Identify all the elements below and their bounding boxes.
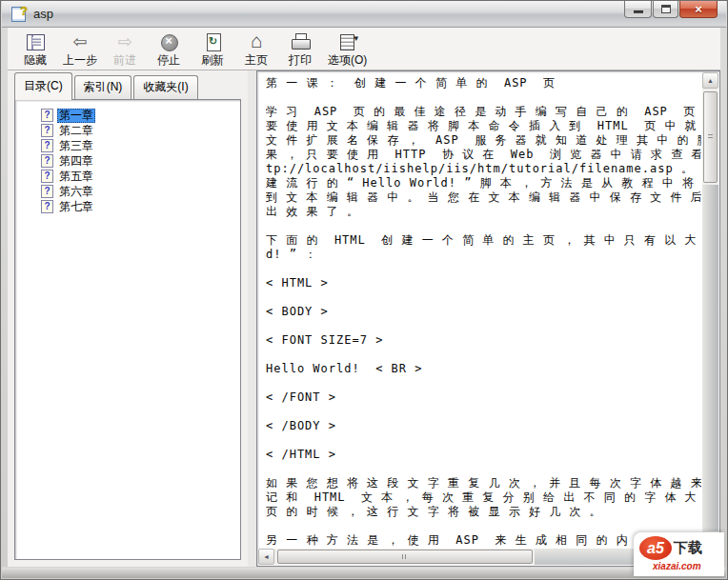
tab-label: 目录(C) xyxy=(24,79,63,92)
navigation-tab[interactable]: 目录(C) xyxy=(14,72,72,100)
maximize-button[interactable] xyxy=(653,1,678,18)
help-topic-icon xyxy=(41,124,53,137)
toolbar: ▼ 隐藏 ▼ 上一步 ▼ 前进 ▼ 停止 ▼ 刷新 xyxy=(8,28,720,70)
watermark-logo-icon: a5 xyxy=(639,536,672,560)
toolbar-button[interactable]: ▼ 主页 xyxy=(234,30,278,69)
help-topic-icon xyxy=(41,200,53,213)
help-file-icon xyxy=(11,7,26,22)
toolbar-button-label: 隐藏 xyxy=(24,52,47,68)
help-topic-icon xyxy=(41,185,53,198)
toolbar-button[interactable]: ▼ 刷新 xyxy=(191,30,234,69)
tree-item-chapter[interactable]: 第六章 xyxy=(41,184,240,199)
tree-item-label: 第五章 xyxy=(57,170,95,184)
window-title: asp xyxy=(33,7,53,21)
options-icon: ▼ xyxy=(336,32,359,52)
print-icon: ▼ xyxy=(289,32,312,52)
hide-icon: ▼ xyxy=(24,32,47,52)
navigation-tab[interactable]: 索引(N) xyxy=(74,75,132,99)
help-topic-icon xyxy=(41,139,53,152)
contents-tree: 第一章 第二章 第三章 第四章 xyxy=(14,99,241,560)
title-bar: asp × xyxy=(2,1,726,28)
toolbar-button[interactable]: ▼ 停止 xyxy=(147,30,191,69)
tree-item-label: 第七章 xyxy=(57,200,95,214)
window-bottom-frame xyxy=(2,567,726,578)
navigation-tab[interactable]: 收藏夹(I) xyxy=(133,75,197,99)
topic-content-pane: 第 一 课 ： 创 建 一 个 简 单 的 ASP 页 学 习 ASP 页 的 … xyxy=(256,70,720,567)
tree-item-chapter[interactable]: 第四章 xyxy=(41,153,240,169)
tree-item-chapter[interactable]: 第二章 xyxy=(41,123,240,138)
watermark-domain: xiazai.com xyxy=(653,561,720,571)
toolbar-button[interactable]: ▼ 打印 xyxy=(278,30,322,69)
vertical-scroll-thumb[interactable] xyxy=(703,91,718,183)
navigation-panel: 目录(C) 索引(N) 收藏夹(I) 第一章 xyxy=(8,70,248,567)
close-button[interactable]: × xyxy=(679,1,718,18)
forward-icon: ▼ xyxy=(113,32,136,52)
minimize-button[interactable] xyxy=(624,1,652,18)
tree-item-label: 第六章 xyxy=(57,185,95,199)
watermark-badge: a5 下载 xiazai.com xyxy=(634,532,724,576)
tree-item-label: 第三章 xyxy=(57,139,95,153)
maximize-icon xyxy=(661,5,671,13)
toolbar-button-label: 上一步 xyxy=(63,52,97,68)
tab-label: 收藏夹(I) xyxy=(143,80,188,93)
help-topic-icon xyxy=(41,170,53,183)
toolbar-button-label: 前进 xyxy=(113,52,136,68)
scroll-up-button[interactable]: ▲ xyxy=(702,72,718,89)
back-icon: ▼ xyxy=(69,32,91,52)
toolbar-button-label: 刷新 xyxy=(201,52,224,68)
toolbar-button[interactable]: ▼ 隐藏 xyxy=(13,30,57,69)
toolbar-button-label: 主页 xyxy=(245,52,268,68)
tab-label: 索引(N) xyxy=(84,80,123,93)
topic-text: 第 一 课 ： 创 建 一 个 简 单 的 ASP 页 学 习 ASP 页 的 … xyxy=(266,76,701,548)
stop-icon: ▼ xyxy=(157,32,180,52)
toolbar-button-label: 停止 xyxy=(157,52,180,68)
toolbar-button[interactable]: ▼ 选项(O) xyxy=(322,30,373,69)
navigation-tabs: 目录(C) 索引(N) 收藏夹(I) xyxy=(14,76,200,99)
watermark-text: 下载 xyxy=(674,539,702,557)
caption-buttons: × xyxy=(624,1,718,18)
toolbar-button-label: 打印 xyxy=(289,52,312,68)
tree-item-label: 第二章 xyxy=(57,124,95,138)
tree-item-chapter[interactable]: 第七章 xyxy=(41,199,240,214)
help-viewer-window: asp × ▼ 隐藏 ▼ 上一步 ▼ 前进 ▼ xyxy=(0,0,728,580)
tree-item-chapter[interactable]: 第一章 xyxy=(41,108,240,123)
refresh-icon: ▼ xyxy=(201,32,224,52)
vertical-scroll-track[interactable] xyxy=(702,185,718,531)
help-topic-icon xyxy=(41,154,53,168)
chevron-down-icon: ▼ xyxy=(353,34,360,43)
vertical-scrollbar[interactable]: ▲ ▼ xyxy=(702,72,718,549)
tree-item-label: 第四章 xyxy=(57,154,95,169)
toolbar-button-label: 选项(O) xyxy=(328,52,367,68)
toolbar-button[interactable]: ▼ 前进 xyxy=(103,30,147,69)
tree-item-chapter[interactable]: 第三章 xyxy=(41,138,240,153)
home-icon: ▼ xyxy=(245,32,268,52)
scroll-left-button[interactable]: ◄ xyxy=(258,549,274,565)
toolbar-button[interactable]: ▼ 上一步 xyxy=(57,30,103,69)
minimize-icon xyxy=(634,10,643,13)
tree-item-chapter[interactable]: 第五章 xyxy=(41,169,240,184)
close-icon: × xyxy=(680,2,717,16)
tree-item-label: 第一章 xyxy=(57,109,95,123)
horizontal-scroll-thumb[interactable] xyxy=(277,550,533,564)
panel-splitter[interactable] xyxy=(248,70,256,567)
help-topic-icon xyxy=(41,109,53,122)
